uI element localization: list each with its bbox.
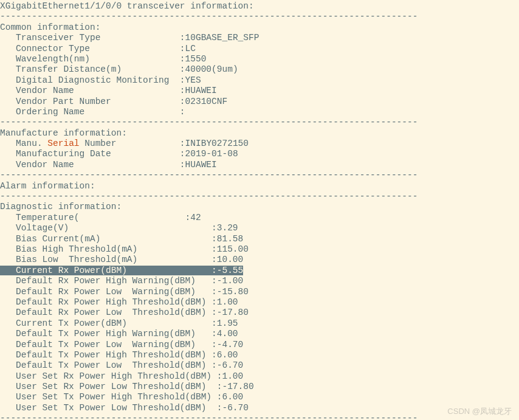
label-bias-high: Bias High Threshold(mA) : (0, 244, 217, 254)
label-transfer-distance: Transfer Distance(m) : (0, 64, 185, 74)
value-rx-low-thresh: -17.80 (217, 308, 249, 317)
value-tx-current: 1.95 (217, 318, 238, 328)
separator: ----------------------------------------… (0, 191, 418, 201)
value-wavelength: 1550 (185, 54, 207, 64)
section-manufacture-header: Manufacture information: (0, 128, 127, 138)
label-tx-high-warn: Default Tx Power High Warning(dBM) : (0, 329, 217, 339)
value-bias-current: 81.58 (217, 234, 244, 244)
label-wavelength: Wavelength(nm) : (0, 54, 185, 64)
value-user-rx-low: -17.80 (222, 382, 253, 391)
value-transceiver-type: 10GBASE_ER_SFP (185, 33, 260, 43)
value-voltage: 3.29 (217, 223, 238, 233)
value-vendor-pn: 02310CNF (185, 97, 228, 106)
section-diag-header: Diagnostic information: (0, 202, 122, 212)
page-title: XGigabitEthernet1/1/0/0 transceiver info… (0, 1, 254, 11)
label-vendor-pn: Vendor Part Number : (0, 97, 185, 106)
value-temperature: 42 (190, 213, 201, 222)
value-rx-high-warn: -1.00 (217, 276, 244, 286)
value-transfer-distance: 40000(9um) (185, 64, 238, 74)
separator: ----------------------------------------… (0, 117, 418, 127)
value-rx-low-warn: -15.80 (217, 287, 249, 297)
label-voltage: Voltage(V) : (0, 223, 217, 233)
label-rx-current: Current Rx Power(dBM) : (0, 266, 217, 275)
value-serial: INIBY0272150 (185, 139, 249, 148)
label-user-rx-high: User Set Rx Power High Threshold(dBM) : (0, 371, 222, 381)
value-user-tx-high: 6.00 (222, 392, 243, 402)
label-user-tx-high: User Set Tx Power High Threshold(dBM) : (0, 392, 222, 402)
label-serial-suffix: Number : (80, 139, 185, 148)
value-tx-low-warn: -4.70 (217, 340, 244, 349)
value-mfg-date: 2019-01-08 (185, 149, 238, 159)
label-vendor-name: Vendor Name : (0, 86, 185, 95)
value-rx-high-thresh: 1.00 (217, 297, 238, 307)
value-bias-low: 10.00 (217, 255, 244, 264)
terminal-output: XGigabitEthernet1/1/0/0 transceiver info… (0, 0, 519, 420)
label-bias-current: Bias Current(mA) : (0, 234, 217, 244)
value-rx-current: -5.55 (217, 266, 244, 275)
value-connector-type: LC (185, 44, 196, 53)
label-rx-high-warn: Default Rx Power High Warning(dBM) : (0, 276, 217, 286)
label-bias-low: Bias Low Threshold(mA) : (0, 255, 217, 264)
label-tx-low-thresh: Default Tx Power Low Threshold(dBM) : (0, 360, 217, 370)
section-alarm-header: Alarm information: (0, 181, 95, 191)
value-user-rx-high: 1.00 (222, 371, 243, 381)
label-rx-low-warn: Default Rx Power Low Warning(dBM) : (0, 287, 217, 297)
separator: ----------------------------------------… (0, 12, 418, 21)
label-rx-low-thresh: Default Rx Power Low Threshold(dBM) : (0, 308, 217, 317)
value-tx-high-thresh: 6.00 (217, 350, 238, 360)
label-tx-current: Current Tx Power(dBM) : (0, 318, 217, 328)
section-common-header: Common information: (0, 22, 100, 32)
label-transceiver-type: Transceiver Type : (0, 33, 185, 43)
label-temperature: Temperature( : (0, 213, 190, 222)
separator: ----------------------------------------… (0, 170, 418, 180)
label-rx-high-thresh: Default Rx Power High Threshold(dBM) : (0, 297, 217, 307)
label-mfg-vendor: Vendor Name : (0, 160, 185, 170)
label-user-rx-low: User Set Rx Power Low Threshold(dBM) : (0, 382, 222, 391)
label-user-tx-low: User Set Tx Power Low Threshold(dBM) : (0, 403, 222, 413)
label-connector-type: Connector Type : (0, 44, 185, 53)
separator: ----------------------------------------… (0, 413, 418, 420)
label-serial-prefix: Manu. (0, 139, 47, 148)
label-tx-low-warn: Default Tx Power Low Warning(dBM) : (0, 340, 217, 349)
value-vendor-name: HUAWEI (185, 86, 217, 95)
value-tx-low-thresh: -6.70 (217, 360, 244, 370)
selected-rx-power-row[interactable]: Current Rx Power(dBM) :-5.55 (0, 266, 243, 275)
label-tx-high-thresh: Default Tx Power High Threshold(dBM) : (0, 350, 217, 360)
value-user-tx-low: -6.70 (222, 403, 249, 413)
label-ddm: Digital Diagnostic Monitoring : (0, 75, 185, 85)
value-ddm: YES (185, 75, 201, 85)
label-ordering-name: Ordering Name : (0, 107, 185, 117)
highlight-serial-word: Serial (47, 139, 79, 148)
value-bias-high: 115.00 (217, 244, 249, 254)
label-mfg-date: Manufacturing Date : (0, 149, 185, 159)
value-tx-high-warn: 4.00 (217, 329, 238, 339)
value-mfg-vendor: HUAWEI (185, 160, 217, 170)
